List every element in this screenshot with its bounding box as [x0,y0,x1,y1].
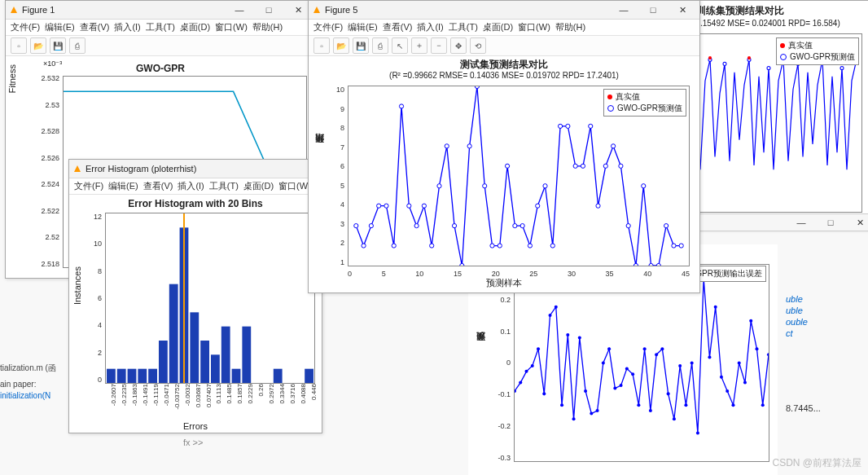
save-icon[interactable]: 💾 [353,37,369,54]
svg-point-41 [625,367,629,370]
menu-file[interactable]: 文件(F) [313,21,343,33]
svg-point-154 [528,244,532,248]
menu-desktop[interactable]: 桌面(D) [483,21,513,33]
legend-item: GWO-GPR预测值 [790,51,855,63]
toolbar: ▫ 📂 💾 ⎙ ↖ ＋ － ✥ ⟲ [309,36,699,56]
svg-point-161 [581,164,585,168]
svg-point-157 [550,244,555,248]
svg-point-9 [767,66,770,69]
svg-point-48 [667,392,670,395]
pointer-icon[interactable]: ↖ [392,37,408,54]
close-button[interactable]: ✕ [846,214,868,231]
svg-point-167 [626,224,630,228]
svg-point-60 [738,361,741,364]
svg-point-27 [542,392,546,395]
legend-item: 真实值 [788,40,813,51]
svg-point-135 [384,204,388,208]
var-types-list: uble uble ouble ct [786,293,808,339]
menu-insert[interactable]: 插入(I) [114,21,140,33]
svg-point-171 [656,263,660,266]
legend: 真实值 GWO-GPR预测值 [603,89,686,117]
open-icon[interactable]: 📂 [30,37,46,54]
svg-point-50 [678,364,682,367]
menu-view[interactable]: 查看(V) [383,21,413,33]
minimize-button[interactable]: — [610,2,638,18]
svg-point-169 [642,184,646,188]
rotate-icon[interactable]: ⟲ [470,37,486,54]
zoom-out-icon[interactable]: － [431,37,447,54]
menu-edit[interactable]: 编辑(E) [348,21,378,33]
new-icon[interactable]: ▫ [11,37,27,54]
watermark: CSDN @前程算法屋 [772,456,861,470]
menu-window[interactable]: 窗口(W) [215,21,248,33]
menu-file[interactable]: 文件(F) [11,21,40,33]
svg-point-141 [430,244,434,248]
svg-point-137 [399,104,403,108]
svg-point-32 [572,417,576,420]
chart-subtitle: (R² =0.99662 RMSE= 0.14036 MSE= 0.019702… [389,71,619,80]
pan-icon[interactable]: ✥ [450,37,467,54]
svg-point-25 [531,364,534,367]
print-icon[interactable]: ⎙ [69,37,85,54]
menu-edit[interactable]: 编辑(E) [45,21,75,33]
svg-point-42 [631,372,634,376]
svg-point-7 [723,62,726,65]
maximize-button[interactable]: □ [817,214,844,231]
svg-point-159 [566,124,570,128]
menu-view[interactable]: 查看(V) [143,180,173,192]
svg-point-46 [655,353,658,356]
y-axis-label: Instances [72,266,82,305]
svg-point-61 [743,381,747,385]
svg-point-24 [524,370,528,373]
zoom-in-icon[interactable]: ＋ [411,37,427,54]
menu-tools[interactable]: 工具(T) [146,21,175,33]
minimize-button[interactable]: — [226,2,253,18]
new-icon[interactable]: ▫ [313,37,330,54]
menu-view[interactable]: 查看(V) [80,21,110,33]
svg-rect-67 [117,369,126,383]
menu-tools[interactable]: 工具(T) [449,21,478,33]
close-button[interactable]: ✕ [669,2,696,18]
matlab-icon [72,164,82,174]
svg-rect-72 [169,284,178,383]
maximize-button[interactable]: □ [255,2,283,18]
menu-help[interactable]: 帮助(H) [252,21,283,33]
menu-insert[interactable]: 插入(I) [417,21,443,33]
maximize-button[interactable]: □ [639,2,667,18]
svg-point-165 [612,144,616,148]
svg-point-162 [589,124,593,128]
chart-title: Error Histogram with 20 Bins [128,198,262,209]
svg-rect-75 [200,341,209,383]
menu-bar: 文件(F) 编辑(E) 查看(V) 插入(I) 工具(T) 桌面(D) 窗口(W… [309,20,699,36]
svg-point-143 [445,144,449,148]
svg-point-34 [584,389,587,393]
svg-point-53 [696,432,699,435]
svg-point-144 [452,224,456,228]
svg-point-155 [536,204,540,208]
menu-tools[interactable]: 工具(T) [209,180,239,192]
menu-edit[interactable]: 编辑(E) [108,180,138,192]
svg-point-31 [566,333,569,336]
svg-point-133 [369,224,373,228]
print-icon[interactable]: ⎙ [372,37,388,54]
open-icon[interactable]: 📂 [333,37,349,54]
svg-point-132 [362,244,366,248]
svg-rect-68 [128,369,137,383]
legend-item: GWO-GPR预测值 [617,103,682,114]
svg-point-33 [578,336,581,340]
svg-point-65 [767,353,769,356]
menu-insert[interactable]: 插入(I) [178,180,204,192]
minimize-button[interactable]: — [787,214,815,231]
menu-window[interactable]: 窗口(W) [278,180,311,192]
toolbar: ▫ 📂 💾 ⎙ [6,36,315,56]
svg-point-58 [726,389,729,393]
svg-point-55 [708,356,711,359]
menu-file[interactable]: 文件(F) [74,180,103,192]
menu-window[interactable]: 窗口(W) [518,21,550,33]
save-icon[interactable]: 💾 [50,37,66,54]
menu-desktop[interactable]: 桌面(D) [243,180,274,192]
svg-point-153 [520,224,524,228]
menu-desktop[interactable]: 桌面(D) [180,21,210,33]
menu-help[interactable]: 帮助(H) [555,21,585,33]
fx-prompt[interactable]: fx >> [183,438,203,447]
